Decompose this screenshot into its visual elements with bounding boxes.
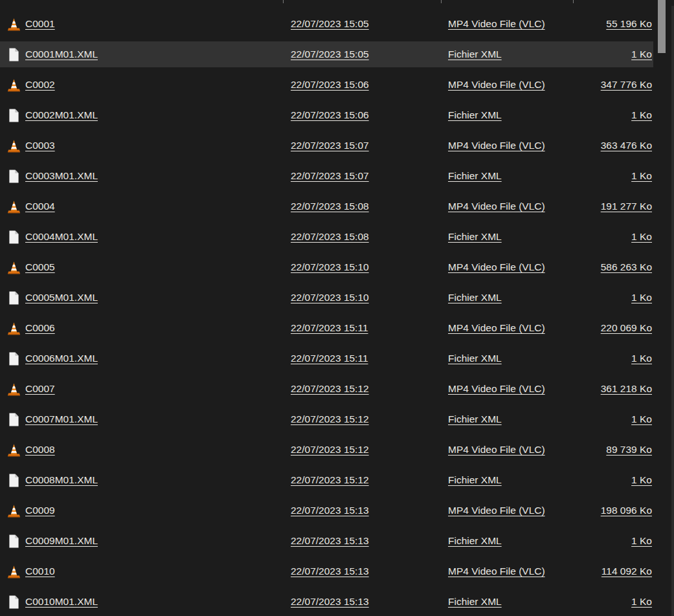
file-name-link[interactable]: C0003M01.XML bbox=[25, 170, 98, 182]
file-row[interactable]: C0001M01.XML22/07/2023 15:05Fichier XML1… bbox=[0, 39, 653, 69]
file-row[interactable]: C000822/07/2023 15:12MP4 Video File (VLC… bbox=[0, 434, 653, 465]
file-name-cell: C0008M01.XML bbox=[0, 473, 283, 487]
file-row[interactable]: C0003M01.XML22/07/2023 15:07Fichier XML1… bbox=[0, 160, 653, 191]
file-type-text: Fichier XML bbox=[448, 353, 502, 364]
file-name-link[interactable]: C0010 bbox=[25, 566, 55, 577]
file-name-link[interactable]: C0009M01.XML bbox=[25, 535, 98, 547]
vertical-scrollbar[interactable] bbox=[653, 0, 671, 616]
file-type-cell: Fichier XML bbox=[441, 353, 574, 364]
file-type-cell: Fichier XML bbox=[441, 292, 574, 303]
date-modified-text: 22/07/2023 15:13 bbox=[291, 505, 369, 516]
file-type-text: Fichier XML bbox=[448, 596, 502, 607]
file-name-link[interactable]: C0001 bbox=[25, 18, 55, 30]
file-size-cell: 198 096 Ko bbox=[574, 505, 653, 516]
xml-file-icon bbox=[6, 473, 21, 487]
date-modified-text: 22/07/2023 15:10 bbox=[291, 261, 369, 272]
file-row[interactable]: C000622/07/2023 15:11MP4 Video File (VLC… bbox=[0, 313, 653, 343]
date-modified-text: 22/07/2023 15:11 bbox=[291, 353, 368, 364]
file-row[interactable]: C0007M01.XML22/07/2023 15:12Fichier XML1… bbox=[0, 404, 653, 434]
vlc-media-file-icon bbox=[6, 503, 21, 518]
date-modified-text: 22/07/2023 15:05 bbox=[291, 49, 369, 60]
file-type-text: MP4 Video File (VLC) bbox=[448, 505, 545, 516]
file-name-link[interactable]: C0002M01.XML bbox=[25, 109, 98, 121]
file-type-cell: Fichier XML bbox=[441, 474, 574, 486]
file-type-cell: MP4 Video File (VLC) bbox=[441, 383, 574, 395]
file-name-link[interactable]: C0006M01.XML bbox=[25, 353, 98, 364]
file-row[interactable]: C000122/07/2023 15:05MP4 Video File (VLC… bbox=[0, 8, 653, 39]
file-row[interactable]: C000322/07/2023 15:07MP4 Video File (VLC… bbox=[0, 130, 653, 160]
file-size-text: 1 Ko bbox=[631, 231, 652, 242]
file-row[interactable]: C000222/07/2023 15:06MP4 Video File (VLC… bbox=[0, 69, 653, 100]
file-type-text: MP4 Video File (VLC) bbox=[448, 444, 545, 455]
file-row[interactable]: C000722/07/2023 15:12MP4 Video File (VLC… bbox=[0, 373, 653, 404]
file-row[interactable]: C0006M01.XML22/07/2023 15:11Fichier XML1… bbox=[0, 343, 653, 373]
xml-file-icon bbox=[6, 47, 21, 61]
date-modified-cell: 22/07/2023 15:12 bbox=[283, 413, 441, 425]
file-type-cell: Fichier XML bbox=[441, 109, 574, 121]
file-type-cell: MP4 Video File (VLC) bbox=[441, 444, 574, 456]
file-size-cell: 361 218 Ko bbox=[574, 383, 653, 395]
date-modified-cell: 22/07/2023 15:13 bbox=[283, 566, 441, 577]
file-name-link[interactable]: C0005 bbox=[25, 261, 55, 273]
date-modified-text: 22/07/2023 15:13 bbox=[291, 566, 369, 577]
date-modified-text: 22/07/2023 15:11 bbox=[291, 322, 368, 333]
date-modified-text: 22/07/2023 15:12 bbox=[291, 383, 369, 394]
date-modified-text: 22/07/2023 15:13 bbox=[291, 535, 369, 546]
file-size-text: 114 092 Ko bbox=[601, 566, 652, 577]
file-row[interactable]: C000422/07/2023 15:08MP4 Video File (VLC… bbox=[0, 191, 653, 221]
file-name-cell: C0002 bbox=[0, 78, 283, 92]
xml-file-icon bbox=[6, 291, 21, 305]
date-modified-cell: 22/07/2023 15:13 bbox=[283, 535, 441, 547]
date-modified-cell: 22/07/2023 15:07 bbox=[283, 140, 441, 151]
file-type-cell: Fichier XML bbox=[441, 413, 574, 425]
vlc-media-file-icon bbox=[6, 321, 21, 335]
vlc-media-file-icon bbox=[6, 564, 21, 578]
file-name-link[interactable]: C0010M01.XML bbox=[25, 596, 98, 608]
file-name-link[interactable]: C0005M01.XML bbox=[25, 292, 98, 303]
file-row[interactable]: C0009M01.XML22/07/2023 15:13Fichier XML1… bbox=[0, 525, 653, 556]
file-type-cell: MP4 Video File (VLC) bbox=[441, 261, 574, 273]
file-name-link[interactable]: C0007M01.XML bbox=[25, 413, 98, 425]
file-name-cell: C0007 bbox=[0, 382, 283, 396]
file-size-text: 89 739 Ko bbox=[606, 444, 652, 455]
file-type-text: MP4 Video File (VLC) bbox=[448, 79, 545, 90]
file-name-link[interactable]: C0002 bbox=[25, 79, 55, 91]
file-name-cell: C0002M01.XML bbox=[0, 108, 283, 122]
file-name-link[interactable]: C0008M01.XML bbox=[25, 474, 98, 486]
date-modified-cell: 22/07/2023 15:12 bbox=[283, 383, 441, 395]
scrollbar-thumb[interactable] bbox=[658, 0, 666, 53]
date-modified-cell: 22/07/2023 15:08 bbox=[283, 231, 441, 243]
file-row[interactable]: C000922/07/2023 15:13MP4 Video File (VLC… bbox=[0, 495, 653, 525]
file-name-link[interactable]: C0007 bbox=[25, 383, 55, 395]
date-modified-text: 22/07/2023 15:10 bbox=[291, 292, 369, 303]
file-row[interactable]: C0008M01.XML22/07/2023 15:12Fichier XML1… bbox=[0, 465, 653, 495]
file-row[interactable]: C000522/07/2023 15:10MP4 Video File (VLC… bbox=[0, 252, 653, 282]
column-divider bbox=[573, 0, 574, 3]
file-row[interactable]: C0010M01.XML22/07/2023 15:13Fichier XML1… bbox=[0, 586, 653, 616]
file-name-link[interactable]: C0004 bbox=[25, 201, 55, 212]
file-row[interactable]: C0005M01.XML22/07/2023 15:10Fichier XML1… bbox=[0, 282, 653, 313]
date-modified-cell: 22/07/2023 15:06 bbox=[283, 109, 441, 121]
file-name-cell: C0004 bbox=[0, 199, 283, 214]
file-type-cell: MP4 Video File (VLC) bbox=[441, 322, 574, 334]
column-divider bbox=[441, 0, 442, 3]
file-size-text: 1 Ko bbox=[631, 474, 652, 485]
file-name-link[interactable]: C0004M01.XML bbox=[25, 231, 98, 243]
file-row[interactable]: C001022/07/2023 15:13MP4 Video File (VLC… bbox=[0, 556, 653, 586]
file-name-link[interactable]: C0008 bbox=[25, 444, 55, 456]
file-name-link[interactable]: C0006 bbox=[25, 322, 55, 334]
file-type-cell: Fichier XML bbox=[441, 596, 574, 608]
file-name-cell: C0004M01.XML bbox=[0, 230, 283, 244]
file-row[interactable]: C0002M01.XML22/07/2023 15:06Fichier XML1… bbox=[0, 100, 653, 130]
date-modified-text: 22/07/2023 15:06 bbox=[291, 109, 369, 120]
file-name-link[interactable]: C0003 bbox=[25, 140, 55, 151]
file-row[interactable]: C0004M01.XML22/07/2023 15:08Fichier XML1… bbox=[0, 221, 653, 252]
file-type-text: MP4 Video File (VLC) bbox=[448, 18, 545, 29]
file-size-text: 347 776 Ko bbox=[601, 79, 652, 90]
file-size-text: 1 Ko bbox=[631, 109, 652, 120]
xml-file-icon bbox=[6, 412, 21, 426]
file-name-link[interactable]: C0001M01.XML bbox=[25, 49, 98, 60]
date-modified-cell: 22/07/2023 15:13 bbox=[283, 596, 441, 608]
xml-file-icon bbox=[6, 351, 21, 366]
file-name-link[interactable]: C0009 bbox=[25, 505, 55, 516]
